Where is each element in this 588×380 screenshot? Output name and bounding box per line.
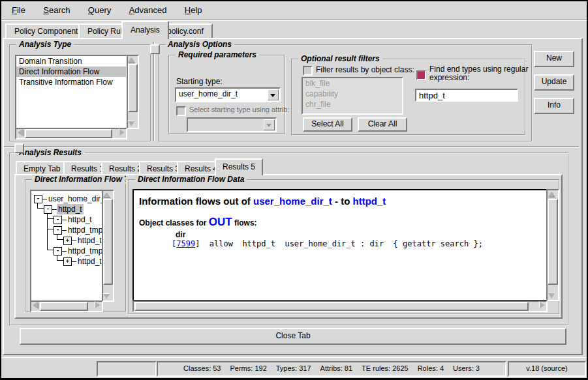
starting-type-combobox[interactable]: user_home_dir_t (175, 87, 281, 102)
info-button[interactable]: Info (534, 98, 574, 114)
regex-checkbox-label[interactable]: Find end types using regular expression: (429, 65, 534, 82)
list-item[interactable]: Transitive Information Flow (16, 77, 126, 87)
tree-connector (47, 211, 48, 250)
clear-all-button[interactable]: Clear All (358, 117, 407, 132)
results-tab-content: Direct Information Flow T (14, 174, 563, 319)
tree-node-label[interactable]: httpd_t (67, 214, 93, 225)
close-tab-button[interactable]: Close Tab (20, 328, 566, 345)
object-class-checkbox[interactable] (303, 66, 313, 76)
tree-node-label[interactable]: httpd_t (57, 204, 84, 214)
out-keyword: OUT (209, 216, 232, 228)
flow-tree[interactable]: -user_home_dir_t -httpd_t -httpd_t -http… (30, 190, 103, 302)
list-item[interactable]: chr_file (303, 99, 402, 110)
tree-node-label[interactable]: httpd_tmp_t (67, 225, 103, 235)
vertical-sash[interactable] (153, 42, 155, 141)
tree-connector (72, 261, 76, 262)
vertical-sash-handle[interactable] (150, 44, 160, 54)
collapse-icon[interactable]: - (54, 226, 62, 235)
scroll-left-icon[interactable] (33, 302, 38, 308)
tree-node[interactable]: -httpd_tmp_t (54, 225, 103, 235)
list-item[interactable]: Domain Transition (16, 56, 126, 66)
scroll-thumb[interactable] (548, 199, 558, 285)
scroll-thumb[interactable] (25, 129, 112, 138)
expand-icon[interactable]: + (63, 257, 72, 266)
menu-file[interactable]: File (7, 5, 31, 15)
scroll-down-icon[interactable] (103, 294, 110, 299)
scroll-down-icon[interactable] (548, 293, 555, 299)
tree-node-label[interactable]: httpd_tmpfs_ (67, 246, 103, 256)
data-hscrollbar[interactable] (132, 300, 548, 312)
analysis-type-list[interactable]: Domain Transition Direct Information Flo… (15, 55, 127, 129)
collapse-icon[interactable]: - (34, 195, 42, 203)
data-vscrollbar[interactable] (546, 189, 559, 301)
rule-number-link[interactable]: 7599 (176, 239, 195, 248)
update-button[interactable]: Update (534, 74, 574, 91)
tab-results-5[interactable]: Results 5 (215, 158, 263, 175)
status-empty-panel (97, 361, 157, 377)
combo-dropdown-button[interactable] (264, 119, 275, 130)
collapse-icon[interactable]: - (44, 205, 52, 214)
scroll-down-icon[interactable] (128, 121, 134, 126)
tree-node[interactable]: -httpd_t (44, 204, 84, 214)
menu-search[interactable]: Search (38, 5, 75, 15)
tree-node[interactable]: -user_home_dir_t (34, 194, 103, 204)
horizontal-sash[interactable] (4, 146, 579, 148)
new-button[interactable]: New (534, 51, 574, 67)
scroll-left-icon[interactable] (18, 129, 23, 136)
object-class-list[interactable]: blk_file capability chr_file (302, 77, 403, 115)
analysis-results-group: Analysis Results Empty Tab Results 1 Res… (9, 153, 569, 326)
status-attribs: Attribs: 81 (320, 362, 353, 374)
scroll-thumb[interactable] (103, 199, 113, 285)
tab-analysis[interactable]: Analysis (121, 21, 169, 39)
tree-node[interactable]: +httpd_t (63, 235, 103, 246)
tree-node-label[interactable]: httpd_t (76, 256, 103, 267)
flow-heading: Information flows out of user_home_dir_t… (139, 196, 549, 207)
required-parameters-group: Required parameters Starting type: user_… (168, 55, 286, 134)
collapse-icon[interactable]: - (54, 247, 62, 256)
analysis-type-label: Analysis Type (16, 40, 74, 49)
expand-icon[interactable]: + (63, 237, 72, 245)
tree-connector (62, 220, 67, 220)
scroll-right-icon[interactable] (95, 302, 101, 308)
menu-query[interactable]: Query (83, 5, 116, 15)
attrib-combobox[interactable] (187, 117, 277, 132)
analysis-tab-content: Analysis Type Domain Transition Direct I… (3, 38, 583, 355)
chevron-down-icon (266, 124, 271, 127)
menu-advanced[interactable]: Advanced (124, 5, 172, 15)
horizontal-sash-handle[interactable] (14, 143, 24, 153)
select-all-button[interactable]: Select All (303, 117, 352, 132)
scroll-right-icon[interactable] (119, 129, 125, 136)
list-item[interactable]: blk_file (303, 78, 402, 89)
attrib-checkbox-label[interactable]: Select starting type using attrib: (189, 106, 289, 113)
scroll-up-icon[interactable] (128, 57, 134, 63)
chevron-down-icon (270, 94, 275, 97)
regex-checkbox[interactable] (416, 70, 426, 80)
list-item[interactable]: capability (303, 89, 402, 99)
analysis-type-hscrollbar[interactable] (15, 128, 127, 139)
scroll-up-icon[interactable] (103, 192, 110, 197)
menu-help[interactable]: Help (179, 5, 208, 15)
analysis-type-vscrollbar[interactable] (127, 55, 139, 129)
flow-data-text[interactable]: Information flows out of user_home_dir_t… (132, 189, 550, 301)
scroll-right-icon[interactable] (540, 302, 545, 308)
scroll-thumb[interactable] (134, 302, 529, 311)
scroll-thumb[interactable] (40, 302, 88, 311)
tree-hscrollbar[interactable] (30, 300, 103, 312)
tree-connector (47, 218, 54, 219)
tree-node[interactable]: -httpd_tmpfs_ (54, 246, 103, 256)
list-item[interactable]: Direct Information Flow (16, 66, 126, 77)
combo-dropdown-button[interactable] (268, 89, 279, 100)
scroll-thumb[interactable] (128, 64, 138, 112)
attrib-checkbox[interactable] (176, 106, 186, 116)
collapse-icon[interactable]: - (54, 216, 62, 224)
tree-connector (37, 208, 44, 209)
tree-node-label[interactable]: httpd_t (76, 235, 103, 246)
regex-input[interactable] (415, 89, 518, 102)
tree-node[interactable]: -httpd_t (54, 214, 93, 225)
object-class-checkbox-label[interactable]: Filter results by object class: (316, 65, 414, 74)
source-type: user_home_dir_t (253, 196, 332, 207)
tree-node-label[interactable]: user_home_dir_t (47, 194, 103, 204)
tree-node[interactable]: +httpd_t (63, 256, 103, 267)
tree-vscrollbar[interactable] (102, 190, 114, 302)
scroll-up-icon[interactable] (548, 192, 555, 197)
